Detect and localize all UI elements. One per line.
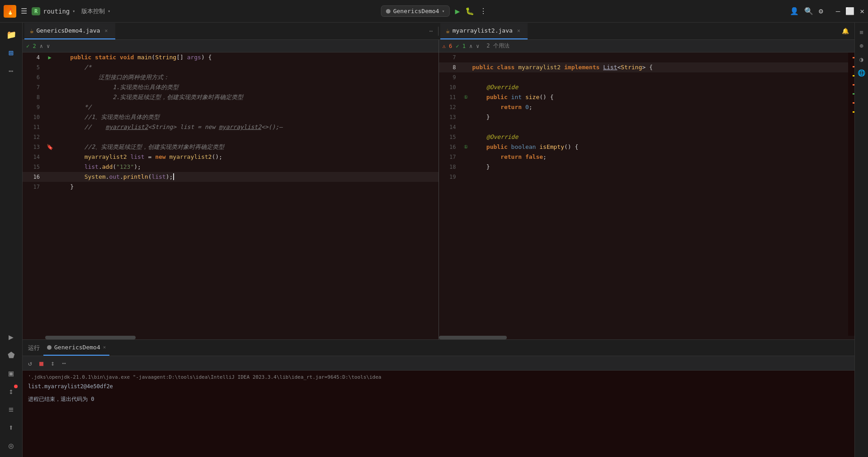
right-hscrollbar[interactable]: [439, 336, 855, 339]
tab-myarraylist2[interactable]: ☕ myarraylist2.java ×: [440, 23, 528, 39]
code-content-12: [54, 132, 439, 142]
gutter-4[interactable]: ▶: [45, 52, 54, 62]
run-config-arrow[interactable]: ▾: [442, 9, 444, 14]
right-hscrollbar-thumb[interactable]: [439, 336, 507, 339]
run-tab-close[interactable]: ×: [103, 344, 106, 350]
nav-up-right[interactable]: ∧: [469, 43, 472, 49]
rs-icon-2[interactable]: ⊕: [856, 40, 868, 52]
sidebar-folder-icon[interactable]: 📁: [3, 26, 19, 43]
r-line-num-12: 12: [439, 102, 462, 112]
nav-down-left[interactable]: ∨: [47, 43, 50, 49]
run-config-name: GenericsDemo4: [393, 8, 439, 14]
code-line-5: 5 /*: [23, 62, 439, 72]
rs-icon-4[interactable]: 🌐: [856, 67, 868, 79]
run-more-button[interactable]: ⋯: [60, 358, 68, 368]
scroll-output-button[interactable]: ↕: [49, 358, 57, 368]
error-count-badge: ⚠ 6: [443, 43, 453, 49]
sidebar-git-icon[interactable]: ↕: [3, 383, 19, 399]
code-line-11: 11 // myarraylist2<String> list = new my…: [23, 122, 439, 132]
run-tab-generics[interactable]: GenericsDemo4 ×: [43, 340, 109, 356]
debug-button[interactable]: 🐛: [465, 7, 474, 15]
left-sidebar: 📁 ⊞ ⋯ ▶ ⬟ ▣ ↕ ≡ ⬆ ◎: [0, 23, 23, 457]
run-panel-label[interactable]: 运行: [28, 344, 40, 352]
nav-down-right[interactable]: ∨: [476, 43, 479, 49]
r-code-content-11: public int size() {: [471, 92, 849, 102]
tab-label-generics: GenericsDemo4.java: [36, 27, 100, 34]
run-cmd-line: '.jdks\openjdk-21.0.1\bin\java.exe "-jav…: [28, 372, 849, 382]
notification-bell[interactable]: 🔔: [838, 28, 853, 34]
line-num-4: 4: [23, 52, 45, 62]
r-line-num-9: 9: [439, 72, 462, 82]
stop-button[interactable]: ■: [38, 358, 45, 368]
r-code-line-7: 7: [439, 52, 849, 62]
settings-icon[interactable]: ⚙: [819, 7, 823, 15]
sidebar-run-icon[interactable]: ▶: [3, 328, 19, 345]
r-code-content-14: [471, 122, 849, 132]
run-exit-line: 进程已结束，退出代码为 0: [28, 395, 849, 404]
sidebar-bottom1-icon[interactable]: ≡: [3, 401, 19, 417]
line-num-14: 14: [23, 152, 45, 162]
left-hscrollbar[interactable]: [23, 336, 439, 339]
r-line-num-16: 16: [439, 142, 462, 152]
editor-container: ✓ 2 ∧ ∨ 4 ▶ public static void main(Stri…: [23, 40, 854, 339]
r-code-content-19: [471, 172, 849, 182]
r-gutter-11: ①: [462, 92, 471, 102]
profile-icon[interactable]: 👤: [790, 7, 799, 15]
rs-icon-1[interactable]: ≡: [856, 26, 868, 38]
restart-button[interactable]: ↺: [26, 358, 34, 368]
code-line-17: 17 }: [23, 182, 439, 192]
run-config-selector[interactable]: GenericsDemo4 ▾: [381, 5, 450, 17]
tab-close-generics[interactable]: ×: [103, 27, 109, 35]
run-button[interactable]: ▶: [455, 6, 460, 16]
code-line-7: 7 1.实现类给出具体的类型: [23, 82, 439, 92]
run-tab-dot: [47, 345, 52, 350]
left-hscrollbar-thumb[interactable]: [45, 336, 136, 339]
code-content-7: 1.实现类给出具体的类型: [54, 82, 439, 92]
sidebar-bottom2-icon[interactable]: ⬆: [3, 419, 19, 435]
version-control-label[interactable]: 版本控制: [81, 7, 105, 15]
r-line-num-19: 19: [439, 172, 462, 182]
version-control-arrow[interactable]: ▾: [108, 9, 110, 14]
line-num-7: 7: [23, 82, 45, 92]
tab-generics-demo4[interactable]: ☕ GenericsDemo4.java ×: [24, 23, 115, 39]
sidebar-structure-icon[interactable]: ⊞: [3, 44, 19, 61]
line-num-12: 12: [23, 132, 45, 142]
window-maximize[interactable]: ⬜: [845, 7, 854, 15]
left-code-editor[interactable]: 4 ▶ public static void main(String[] arg…: [23, 52, 439, 336]
search-icon[interactable]: 🔍: [804, 7, 813, 15]
rs-icon-3[interactable]: ◑: [856, 53, 868, 65]
code-line-14: 14 myarraylist2 list = new myarraylist2(…: [23, 152, 439, 162]
r-code-line-13: 13 }: [439, 112, 849, 122]
window-close[interactable]: ✕: [860, 7, 864, 15]
r-code-content-13: }: [471, 112, 849, 122]
code-line-12: 12: [23, 132, 439, 142]
r-line-num-18: 18: [439, 162, 462, 172]
sidebar-location-icon[interactable]: ◎: [3, 437, 19, 453]
tab-close-myarraylist[interactable]: ×: [515, 27, 522, 35]
r-code-content-8: public class myarraylist2 implements Lis…: [471, 62, 849, 72]
r-code-line-9: 9: [439, 72, 849, 82]
nav-up-left[interactable]: ∧: [40, 43, 43, 49]
line-num-15: 15: [23, 162, 45, 172]
r-line-num-15: 15: [439, 132, 462, 142]
sidebar-terminal-icon[interactable]: ▣: [3, 365, 19, 381]
project-dropdown-arrow[interactable]: ▾: [72, 9, 75, 14]
tab-separator: [438, 27, 439, 36]
sidebar-debug-icon[interactable]: ⬟: [3, 347, 19, 363]
right-code-editor[interactable]: 7 8 public class myarraylist2 implements…: [439, 52, 849, 336]
r-code-line-17: 17 return false;: [439, 152, 849, 162]
run-output-area[interactable]: '.jdks\openjdk-21.0.1\bin\java.exe "-jav…: [23, 371, 854, 457]
java-file-icon-right: ☕: [446, 27, 449, 34]
gutter-13: 🔖: [45, 142, 54, 152]
hamburger-menu[interactable]: ☰: [19, 5, 29, 17]
project-name[interactable]: routing: [43, 8, 70, 15]
sidebar-more-icon[interactable]: ⋯: [3, 62, 19, 79]
run-config-dot: [386, 9, 391, 14]
left-tab-more[interactable]: ⋯: [426, 28, 437, 34]
r-code-line-8: 8 public class myarraylist2 implements L…: [439, 62, 849, 72]
more-run-options[interactable]: ⋮: [480, 7, 487, 15]
check-count-badge-right: ✓ 1: [456, 43, 466, 49]
code-line-4: 4 ▶ public static void main(String[] arg…: [23, 52, 439, 62]
window-minimize[interactable]: —: [836, 7, 840, 15]
content-area: ☕ GenericsDemo4.java × ⋯ ☕ myarraylist2.…: [23, 23, 854, 457]
